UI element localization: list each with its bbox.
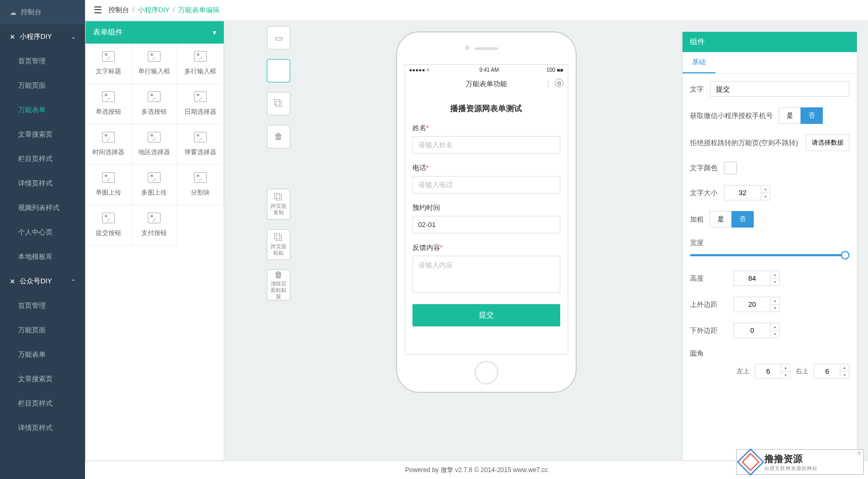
tool-button[interactable]: 🗑 [267, 125, 290, 148]
input-margin-top[interactable]: ▲▼ [734, 297, 780, 312]
component-item[interactable]: 弹窗选择器 [178, 124, 224, 165]
submit-button[interactable]: 提交 [412, 304, 560, 326]
image-icon [194, 172, 207, 183]
screen-title-bar: 万能表单功能 ⋮ ⊙ [405, 75, 568, 93]
sidebar-item[interactable]: 首页管理 [0, 49, 85, 73]
label-radius-tl: 左上 [737, 367, 749, 376]
chevron-icon: ⌃ [71, 279, 75, 284]
btn-bold-no[interactable]: 否 [731, 211, 754, 228]
image-icon [102, 172, 115, 183]
component-item[interactable]: 多行输入框 [178, 44, 224, 84]
slider-width[interactable] [690, 254, 849, 256]
component-item[interactable]: 单图上传 [86, 165, 132, 205]
component-item[interactable]: 多选按钮 [132, 84, 178, 124]
form-field: 反馈内容* [412, 243, 560, 295]
sidebar-console[interactable]: ☁ 控制台 [0, 0, 85, 24]
component-item[interactable]: 支付按钮 [132, 205, 178, 246]
component-label: 多选按钮 [141, 107, 167, 116]
sidebar-group-header[interactable]: ✕公众号DIY⌃ [0, 269, 85, 293]
field-label: 姓名* [412, 123, 560, 133]
component-item[interactable]: 分割块 [178, 165, 224, 205]
component-item[interactable]: 地区选择器 [132, 124, 178, 165]
toggle-wechat-phone[interactable]: 是 否 [779, 107, 823, 124]
input-height[interactable]: ▲▼ [734, 271, 780, 286]
sidebar-item[interactable]: 万能页面 [0, 318, 85, 342]
sidebar-item[interactable]: 文章搜索页 [0, 122, 85, 147]
breadcrumb: 控制台 / 小程序DIY / 万能表单编辑 [108, 5, 220, 15]
tool-button[interactable]: ⿻ [267, 92, 290, 115]
sidebar-group-header[interactable]: ✕小程序DIY⌄ [0, 24, 85, 49]
field-input[interactable] [412, 216, 560, 233]
sidebar-item[interactable]: 栏目页样式 [0, 391, 85, 416]
registered-icon: ® [857, 451, 861, 456]
field-input[interactable] [412, 136, 560, 154]
tool-button[interactable]: 🗑清除页面粘贴版 [267, 270, 290, 300]
component-label: 日期选择器 [184, 107, 216, 116]
input-radius-tr[interactable]: ▲▼ [814, 364, 849, 379]
image-icon [102, 213, 115, 223]
label-margin-bottom: 下外边距 [690, 326, 727, 335]
component-item[interactable]: 单行输入框 [132, 44, 178, 84]
btn-yes[interactable]: 是 [779, 107, 801, 124]
sidebar-item[interactable]: 详情页样式 [0, 171, 85, 196]
btn-no[interactable]: 否 [800, 107, 823, 124]
tool-button[interactable]: ▭ [267, 26, 290, 49]
tab-basic[interactable]: 基础 [682, 52, 715, 73]
sidebar-item[interactable]: 详情页样式 [0, 416, 85, 440]
sidebar-item[interactable]: 文章搜索页 [0, 367, 85, 391]
components-header[interactable]: 表单组件 ▾ [86, 21, 224, 44]
dashboard-icon: ☁ [10, 9, 16, 16]
breadcrumb-2[interactable]: 万能表单编辑 [178, 5, 220, 15]
image-icon [102, 91, 115, 102]
sidebar-item[interactable]: 个人中心页 [0, 220, 85, 245]
input-margin-bottom[interactable]: ▲▼ [734, 323, 780, 338]
color-swatch[interactable] [724, 162, 737, 174]
component-item[interactable]: 时间选择器 [86, 124, 132, 165]
menu-toggle-icon[interactable]: ☰ [94, 4, 102, 16]
toggle-bold[interactable]: 是 否 [710, 211, 754, 228]
tool-button[interactable]: ⿻跨页面复制 [267, 189, 290, 220]
breadcrumb-1[interactable]: 小程序DIY [138, 5, 170, 15]
form-field: 姓名* [412, 123, 560, 154]
input-text[interactable] [710, 81, 849, 97]
tool-icon: 🗑 [274, 132, 283, 141]
more-icon[interactable]: ⋮ [545, 79, 552, 87]
sidebar-item[interactable]: 首页管理 [0, 293, 85, 318]
component-label: 时间选择器 [92, 148, 124, 157]
sidebar-item[interactable]: 视频列表样式 [0, 196, 85, 220]
properties-panel: 组件 基础 文字 获取微信小程序授权手机号 是 否 [682, 31, 857, 461]
input-radius-tl[interactable]: ▲▼ [755, 364, 790, 379]
component-item[interactable]: 日期选择器 [178, 84, 224, 124]
input-fontsize[interactable]: ▲▼ [724, 185, 770, 200]
component-item[interactable]: 多图上传 [132, 165, 178, 205]
component-item[interactable]: 文字标题 [86, 44, 132, 84]
tool-icon: ⿻ [274, 99, 283, 108]
field-label: 预约时间 [412, 203, 560, 213]
btn-bold-yes[interactable]: 是 [710, 211, 732, 228]
label-width: 宽度 [690, 239, 704, 247]
field-textarea[interactable] [412, 256, 560, 293]
form-title: 播播资源网表单测试 [412, 104, 560, 114]
component-label: 支付按钮 [141, 229, 167, 238]
label-text: 文字 [690, 85, 704, 94]
logo-title: 撸撸资源 [764, 452, 818, 465]
component-item[interactable]: 提交按钮 [86, 205, 132, 246]
sidebar-item[interactable]: 万能表单 [0, 98, 85, 122]
topbar: ☰ 控制台 / 小程序DIY / 万能表单编辑 [85, 0, 868, 21]
close-icon[interactable]: ⊙ [555, 79, 563, 87]
tool-icon: ⿻ [274, 192, 283, 202]
components-header-label: 表单组件 [93, 28, 123, 37]
sidebar-item[interactable]: 万能页面 [0, 73, 85, 98]
select-data-button[interactable]: 请选择数据 [806, 135, 849, 151]
sidebar-item[interactable]: 本地模板库 [0, 245, 85, 269]
component-label: 单图上传 [96, 188, 121, 197]
home-button[interactable] [475, 361, 498, 384]
field-input[interactable] [412, 176, 560, 194]
component-item[interactable]: 单选按钮 [86, 84, 132, 124]
tool-button[interactable]: ⿻跨页面粘贴 [267, 229, 290, 260]
label-height: 高度 [690, 274, 727, 283]
sidebar-item[interactable]: 万能表单 [0, 342, 85, 367]
tool-button[interactable] [267, 59, 290, 82]
breadcrumb-root[interactable]: 控制台 [108, 5, 129, 15]
sidebar-item[interactable]: 栏目页样式 [0, 147, 85, 171]
